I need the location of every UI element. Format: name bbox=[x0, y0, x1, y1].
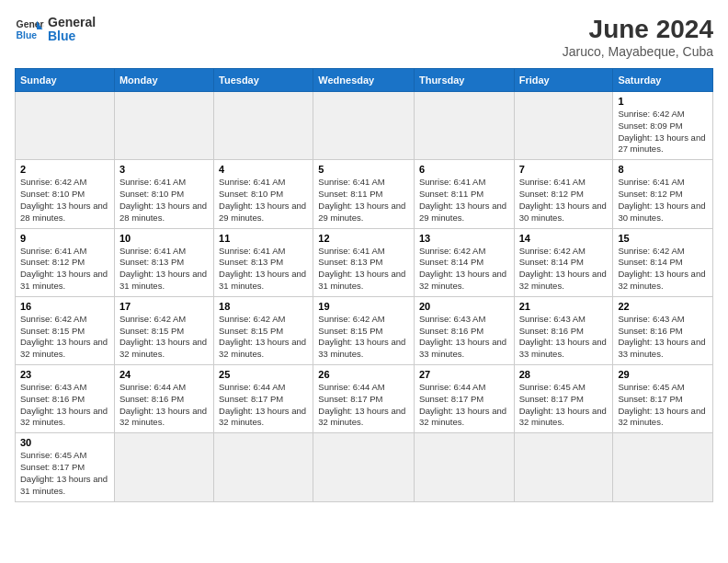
logo-general: General bbox=[48, 16, 96, 29]
day-cell: 4Sunrise: 6:41 AM Sunset: 8:10 PM Daylig… bbox=[214, 160, 313, 228]
day-cell: 2Sunrise: 6:42 AM Sunset: 8:10 PM Daylig… bbox=[16, 160, 115, 228]
day-cell: 11Sunrise: 6:41 AM Sunset: 8:13 PM Dayli… bbox=[214, 228, 313, 296]
day-cell: 7Sunrise: 6:41 AM Sunset: 8:12 PM Daylig… bbox=[514, 160, 613, 228]
day-number: 10 bbox=[119, 233, 209, 244]
day-info: Sunrise: 6:43 AM Sunset: 8:16 PM Dayligh… bbox=[519, 314, 609, 361]
day-number: 21 bbox=[519, 301, 609, 312]
day-info: Sunrise: 6:44 AM Sunset: 8:17 PM Dayligh… bbox=[419, 382, 509, 429]
week-row-1: 2Sunrise: 6:42 AM Sunset: 8:10 PM Daylig… bbox=[16, 160, 713, 228]
day-cell: 23Sunrise: 6:43 AM Sunset: 8:16 PM Dayli… bbox=[16, 365, 115, 433]
day-info: Sunrise: 6:44 AM Sunset: 8:16 PM Dayligh… bbox=[119, 382, 209, 429]
day-info: Sunrise: 6:44 AM Sunset: 8:17 PM Dayligh… bbox=[318, 382, 409, 429]
day-info: Sunrise: 6:44 AM Sunset: 8:17 PM Dayligh… bbox=[219, 382, 308, 429]
day-cell: 12Sunrise: 6:41 AM Sunset: 8:13 PM Dayli… bbox=[313, 228, 415, 296]
day-info: Sunrise: 6:42 AM Sunset: 8:14 PM Dayligh… bbox=[519, 246, 609, 293]
day-cell bbox=[613, 433, 713, 501]
day-cell: 19Sunrise: 6:42 AM Sunset: 8:15 PM Dayli… bbox=[313, 296, 415, 364]
day-info: Sunrise: 6:42 AM Sunset: 8:15 PM Dayligh… bbox=[119, 314, 209, 361]
day-info: Sunrise: 6:43 AM Sunset: 8:16 PM Dayligh… bbox=[419, 314, 509, 361]
title-area: June 2024 Jaruco, Mayabeque, Cuba bbox=[563, 15, 713, 59]
day-number: 26 bbox=[318, 369, 409, 380]
day-cell: 13Sunrise: 6:42 AM Sunset: 8:14 PM Dayli… bbox=[414, 228, 514, 296]
day-cell bbox=[414, 433, 514, 501]
day-cell bbox=[214, 433, 313, 501]
day-cell bbox=[414, 92, 514, 160]
day-info: Sunrise: 6:41 AM Sunset: 8:11 PM Dayligh… bbox=[419, 177, 509, 224]
day-info: Sunrise: 6:42 AM Sunset: 8:10 PM Dayligh… bbox=[20, 177, 109, 224]
day-number: 11 bbox=[219, 233, 308, 244]
day-info: Sunrise: 6:41 AM Sunset: 8:13 PM Dayligh… bbox=[219, 246, 308, 293]
day-number: 5 bbox=[318, 164, 409, 175]
day-info: Sunrise: 6:41 AM Sunset: 8:12 PM Dayligh… bbox=[618, 177, 708, 224]
week-row-3: 16Sunrise: 6:42 AM Sunset: 8:15 PM Dayli… bbox=[16, 296, 713, 364]
day-number: 23 bbox=[20, 369, 109, 380]
day-number: 20 bbox=[419, 301, 509, 312]
day-cell: 24Sunrise: 6:44 AM Sunset: 8:16 PM Dayli… bbox=[114, 365, 213, 433]
day-number: 9 bbox=[20, 233, 109, 244]
day-info: Sunrise: 6:42 AM Sunset: 8:14 PM Dayligh… bbox=[419, 246, 509, 293]
day-info: Sunrise: 6:42 AM Sunset: 8:15 PM Dayligh… bbox=[219, 314, 308, 361]
logo-blue: Blue bbox=[48, 29, 96, 43]
day-info: Sunrise: 6:41 AM Sunset: 8:11 PM Dayligh… bbox=[318, 177, 409, 224]
day-info: Sunrise: 6:41 AM Sunset: 8:10 PM Dayligh… bbox=[219, 177, 308, 224]
day-cell bbox=[114, 433, 213, 501]
header-row: SundayMondayTuesdayWednesdayThursdayFrid… bbox=[16, 69, 713, 92]
week-row-5: 30Sunrise: 6:45 AM Sunset: 8:17 PM Dayli… bbox=[16, 433, 713, 501]
logo-icon: General Blue bbox=[15, 15, 44, 44]
day-cell: 6Sunrise: 6:41 AM Sunset: 8:11 PM Daylig… bbox=[414, 160, 514, 228]
calendar-header: SundayMondayTuesdayWednesdayThursdayFrid… bbox=[16, 69, 713, 92]
day-number: 25 bbox=[219, 369, 308, 380]
day-cell: 14Sunrise: 6:42 AM Sunset: 8:14 PM Dayli… bbox=[514, 228, 613, 296]
day-cell: 15Sunrise: 6:42 AM Sunset: 8:14 PM Dayli… bbox=[613, 228, 713, 296]
day-cell: 8Sunrise: 6:41 AM Sunset: 8:12 PM Daylig… bbox=[613, 160, 713, 228]
day-cell: 25Sunrise: 6:44 AM Sunset: 8:17 PM Dayli… bbox=[214, 365, 313, 433]
day-cell: 29Sunrise: 6:45 AM Sunset: 8:17 PM Dayli… bbox=[613, 365, 713, 433]
day-number: 17 bbox=[119, 301, 209, 312]
day-number: 22 bbox=[618, 301, 708, 312]
day-cell bbox=[16, 92, 115, 160]
day-number: 28 bbox=[519, 369, 609, 380]
day-info: Sunrise: 6:43 AM Sunset: 8:16 PM Dayligh… bbox=[20, 382, 109, 429]
header-day-monday: Monday bbox=[114, 69, 213, 92]
day-cell bbox=[114, 92, 213, 160]
day-cell bbox=[313, 92, 415, 160]
day-number: 19 bbox=[318, 301, 409, 312]
day-number: 27 bbox=[419, 369, 509, 380]
day-info: Sunrise: 6:45 AM Sunset: 8:17 PM Dayligh… bbox=[618, 382, 708, 429]
day-number: 6 bbox=[419, 164, 509, 175]
day-cell: 21Sunrise: 6:43 AM Sunset: 8:16 PM Dayli… bbox=[514, 296, 613, 364]
day-cell: 16Sunrise: 6:42 AM Sunset: 8:15 PM Dayli… bbox=[16, 296, 115, 364]
day-number: 7 bbox=[519, 164, 609, 175]
header-day-tuesday: Tuesday bbox=[214, 69, 313, 92]
svg-text:Blue: Blue bbox=[17, 30, 38, 40]
day-cell bbox=[313, 433, 415, 501]
header: General Blue General Blue June 2024 Jaru… bbox=[15, 15, 713, 59]
day-info: Sunrise: 6:41 AM Sunset: 8:12 PM Dayligh… bbox=[519, 177, 609, 224]
day-info: Sunrise: 6:42 AM Sunset: 8:09 PM Dayligh… bbox=[618, 109, 708, 155]
day-number: 3 bbox=[119, 164, 209, 175]
day-cell: 22Sunrise: 6:43 AM Sunset: 8:16 PM Dayli… bbox=[613, 296, 713, 364]
day-number: 4 bbox=[219, 164, 308, 175]
day-info: Sunrise: 6:43 AM Sunset: 8:16 PM Dayligh… bbox=[618, 314, 708, 361]
week-row-2: 9Sunrise: 6:41 AM Sunset: 8:12 PM Daylig… bbox=[16, 228, 713, 296]
week-row-4: 23Sunrise: 6:43 AM Sunset: 8:16 PM Dayli… bbox=[16, 365, 713, 433]
day-number: 1 bbox=[618, 96, 708, 107]
day-cell bbox=[514, 92, 613, 160]
day-info: Sunrise: 6:45 AM Sunset: 8:17 PM Dayligh… bbox=[519, 382, 609, 429]
header-day-wednesday: Wednesday bbox=[313, 69, 415, 92]
day-number: 29 bbox=[618, 369, 708, 380]
day-cell: 1Sunrise: 6:42 AM Sunset: 8:09 PM Daylig… bbox=[613, 92, 713, 160]
day-number: 18 bbox=[219, 301, 308, 312]
day-info: Sunrise: 6:45 AM Sunset: 8:17 PM Dayligh… bbox=[20, 450, 109, 497]
day-cell bbox=[514, 433, 613, 501]
logo: General Blue General Blue bbox=[15, 15, 96, 44]
day-info: Sunrise: 6:41 AM Sunset: 8:12 PM Dayligh… bbox=[20, 246, 109, 293]
day-cell: 26Sunrise: 6:44 AM Sunset: 8:17 PM Dayli… bbox=[313, 365, 415, 433]
day-number: 24 bbox=[119, 369, 209, 380]
calendar-body: 1Sunrise: 6:42 AM Sunset: 8:09 PM Daylig… bbox=[16, 92, 713, 502]
day-number: 30 bbox=[20, 437, 109, 448]
day-info: Sunrise: 6:41 AM Sunset: 8:13 PM Dayligh… bbox=[318, 246, 409, 293]
calendar-title: June 2024 bbox=[563, 15, 713, 44]
week-row-0: 1Sunrise: 6:42 AM Sunset: 8:09 PM Daylig… bbox=[16, 92, 713, 160]
header-day-friday: Friday bbox=[514, 69, 613, 92]
